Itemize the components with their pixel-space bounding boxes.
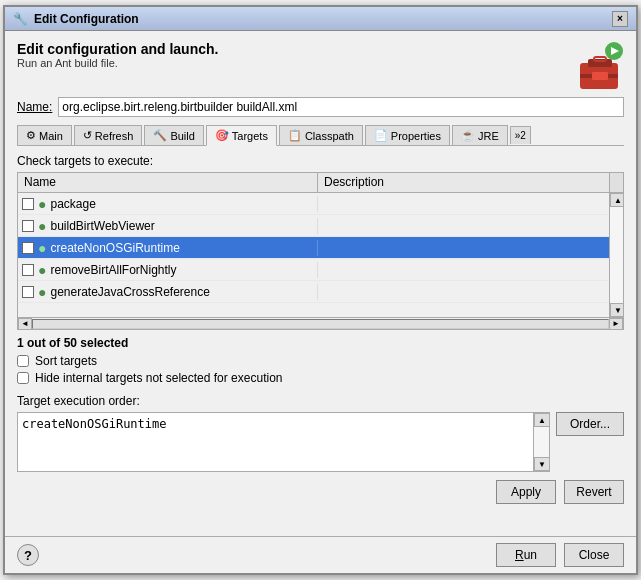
footer-bar: ? Run Close bbox=[5, 536, 636, 573]
revert-button[interactable]: Revert bbox=[564, 480, 624, 504]
header-text-group: Edit configuration and launch. Run an An… bbox=[17, 41, 218, 69]
tab-more[interactable]: »2 bbox=[510, 126, 531, 144]
properties-tab-icon: 📄 bbox=[374, 129, 388, 142]
run-icon-container bbox=[576, 41, 624, 89]
target-checkbox[interactable] bbox=[22, 220, 34, 232]
table-row[interactable]: ● generateJavaCrossReference bbox=[18, 281, 609, 303]
tabs-bar: ⚙ Main ↺ Refresh 🔨 Build 🎯 Targets 📋 Cla… bbox=[17, 125, 624, 146]
sort-targets-label: Sort targets bbox=[35, 354, 97, 368]
hide-targets-label: Hide internal targets not selected for e… bbox=[35, 371, 282, 385]
jre-tab-label: JRE bbox=[478, 130, 499, 142]
properties-tab-label: Properties bbox=[391, 130, 441, 142]
target-bullet-icon: ● bbox=[38, 262, 46, 278]
h-scroll-track[interactable] bbox=[32, 319, 609, 329]
target-name: removeBirtAllForNightly bbox=[50, 263, 176, 277]
order-button[interactable]: Order... bbox=[556, 412, 624, 436]
tab-targets[interactable]: 🎯 Targets bbox=[206, 125, 277, 146]
ant-run-icon bbox=[576, 41, 624, 89]
hide-targets-row: Hide internal targets not selected for e… bbox=[17, 371, 624, 385]
execution-order-container: createNonOSGiRuntime ▲ ▼ bbox=[17, 412, 550, 472]
tab-refresh[interactable]: ↺ Refresh bbox=[74, 125, 143, 145]
targets-table-header: Name Description bbox=[18, 173, 623, 193]
tab-jre[interactable]: ☕ JRE bbox=[452, 125, 508, 145]
sort-targets-checkbox[interactable] bbox=[17, 355, 29, 367]
target-row-left: ● package bbox=[18, 196, 318, 212]
tab-properties[interactable]: 📄 Properties bbox=[365, 125, 450, 145]
targets-tab-icon: 🎯 bbox=[215, 129, 229, 142]
edit-configuration-dialog: 🔧 Edit Configuration × Edit configuratio… bbox=[3, 5, 638, 575]
textarea-scroll-down[interactable]: ▼ bbox=[534, 457, 550, 471]
scroll-track[interactable] bbox=[610, 207, 623, 303]
target-checkbox[interactable] bbox=[22, 264, 34, 276]
scroll-right-button[interactable]: ► bbox=[609, 318, 623, 330]
dialog-icon: 🔧 bbox=[13, 12, 28, 26]
close-button[interactable]: × bbox=[612, 11, 628, 27]
build-tab-icon: 🔨 bbox=[153, 129, 167, 142]
target-bullet-icon: ● bbox=[38, 196, 46, 212]
target-row-left: ● generateJavaCrossReference bbox=[18, 284, 318, 300]
table-row[interactable]: ● buildBirtWebViewer bbox=[18, 215, 609, 237]
target-checkbox[interactable] bbox=[22, 198, 34, 210]
column-header-description: Description bbox=[318, 173, 609, 192]
target-row-left: ● buildBirtWebViewer bbox=[18, 218, 318, 234]
sort-targets-row: Sort targets bbox=[17, 354, 624, 368]
scroll-down-button[interactable]: ▼ bbox=[610, 303, 623, 317]
tab-classpath[interactable]: 📋 Classpath bbox=[279, 125, 363, 145]
hide-targets-checkbox[interactable] bbox=[17, 372, 29, 384]
tab-build[interactable]: 🔨 Build bbox=[144, 125, 203, 145]
apply-button[interactable]: Apply bbox=[496, 480, 556, 504]
run-label-rest: un bbox=[524, 548, 537, 562]
svg-rect-5 bbox=[592, 72, 608, 80]
target-row-left: ● removeBirtAllForNightly bbox=[18, 262, 318, 278]
apply-revert-buttons: Apply Revert bbox=[17, 480, 624, 504]
close-dialog-button[interactable]: Close bbox=[564, 543, 624, 567]
name-row: Name: bbox=[17, 97, 624, 117]
textarea-scrollbar: ▲ ▼ bbox=[533, 413, 549, 471]
build-tab-label: Build bbox=[170, 130, 194, 142]
table-row[interactable]: ● package bbox=[18, 193, 609, 215]
table-row[interactable]: ● removeBirtAllForNightly bbox=[18, 259, 609, 281]
footer-right-buttons: Run Close bbox=[496, 543, 624, 567]
scroll-up-button[interactable]: ▲ bbox=[610, 193, 623, 207]
tab-main[interactable]: ⚙ Main bbox=[17, 125, 72, 145]
title-bar: 🔧 Edit Configuration × bbox=[5, 7, 636, 31]
targets-table-body[interactable]: ● package ● buildBirtWebViewer bbox=[18, 193, 609, 317]
table-scrollbar-horizontal[interactable]: ◄ ► bbox=[18, 317, 623, 329]
header-section: Edit configuration and launch. Run an An… bbox=[17, 41, 624, 89]
table-scrollbar-vertical[interactable]: ▲ ▼ bbox=[609, 193, 623, 317]
main-tab-icon: ⚙ bbox=[26, 129, 36, 142]
name-label: Name: bbox=[17, 100, 52, 114]
execution-order-textarea[interactable]: createNonOSGiRuntime bbox=[18, 413, 533, 471]
column-header-name: Name bbox=[18, 173, 318, 192]
header-subtitle: Run an Ant build file. bbox=[17, 57, 218, 69]
table-row[interactable]: ✓ ● createNonOSGiRuntime bbox=[18, 237, 609, 259]
classpath-tab-label: Classpath bbox=[305, 130, 354, 142]
title-bar-left: 🔧 Edit Configuration bbox=[13, 12, 139, 26]
classpath-tab-icon: 📋 bbox=[288, 129, 302, 142]
targets-tab-label: Targets bbox=[232, 130, 268, 142]
main-tab-label: Main bbox=[39, 130, 63, 142]
refresh-tab-icon: ↺ bbox=[83, 129, 92, 142]
run-underline: R bbox=[515, 548, 524, 562]
target-checkbox[interactable] bbox=[22, 286, 34, 298]
dialog-body: Edit configuration and launch. Run an An… bbox=[5, 31, 636, 536]
run-button[interactable]: Run bbox=[496, 543, 556, 567]
help-button[interactable]: ? bbox=[17, 544, 39, 566]
name-input[interactable] bbox=[58, 97, 624, 117]
target-name: package bbox=[50, 197, 95, 211]
count-label: 1 out of 50 selected bbox=[17, 336, 624, 350]
textarea-scroll-up[interactable]: ▲ bbox=[534, 413, 550, 427]
target-bullet-icon: ● bbox=[38, 284, 46, 300]
refresh-tab-label: Refresh bbox=[95, 130, 134, 142]
target-name: createNonOSGiRuntime bbox=[50, 241, 179, 255]
execution-order-label: Target execution order: bbox=[17, 394, 624, 408]
target-name: generateJavaCrossReference bbox=[50, 285, 209, 299]
target-name: buildBirtWebViewer bbox=[50, 219, 154, 233]
check-targets-label: Check targets to execute: bbox=[17, 154, 624, 168]
targets-table: Name Description ● package bbox=[17, 172, 624, 330]
textarea-scroll-track bbox=[534, 427, 549, 457]
target-checkbox[interactable]: ✓ bbox=[22, 242, 34, 254]
target-row-left: ✓ ● createNonOSGiRuntime bbox=[18, 240, 318, 256]
scroll-left-button[interactable]: ◄ bbox=[18, 318, 32, 330]
execution-order-section: createNonOSGiRuntime ▲ ▼ Order... bbox=[17, 412, 624, 472]
